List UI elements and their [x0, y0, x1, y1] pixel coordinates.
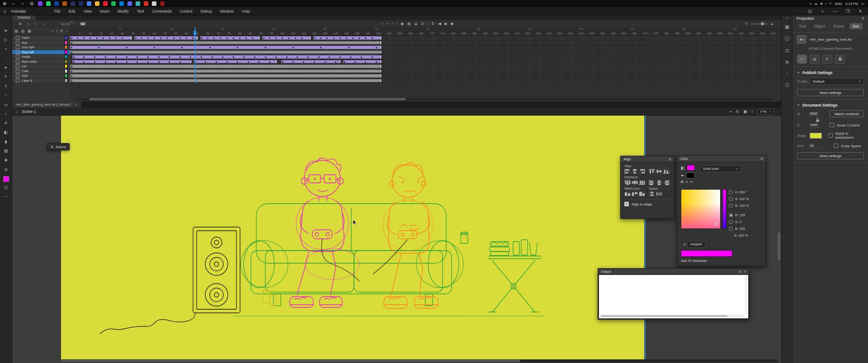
height-field[interactable]: 1440: [810, 123, 821, 127]
layer-row[interactable]: Guy right: [12, 45, 70, 50]
output-vertical-scrollbar[interactable]: [744, 276, 747, 314]
lasso-tool[interactable]: ◌: [2, 55, 10, 62]
color-panel-title[interactable]: Color: [680, 157, 688, 161]
output-horizontal-scrollbar[interactable]: [600, 315, 744, 317]
fill-color-swatch[interactable]: [3, 176, 9, 182]
properties-tab-object[interactable]: Object: [811, 23, 829, 29]
paint-bucket-tool[interactable]: ◧: [2, 129, 10, 136]
space-evenly-horizontally-button[interactable]: [656, 191, 662, 196]
close-panel-icon[interactable]: ✕: [744, 270, 746, 274]
layer-frames-row[interactable]: [70, 36, 781, 41]
layer-outline-color-chip[interactable]: [65, 69, 67, 73]
onion-skin-button[interactable]: ◉: [401, 22, 404, 26]
layer-frames-row[interactable]: [70, 50, 781, 55]
start-button[interactable]: ⊞: [2, 1, 7, 6]
minimize-button[interactable]: —: [832, 9, 838, 14]
rotation-tool-button[interactable]: ↻: [736, 109, 740, 114]
match-contents-button[interactable]: Match contents: [830, 110, 864, 117]
close-button[interactable]: ✕: [857, 9, 863, 14]
pencil-tool[interactable]: ✎: [2, 73, 10, 81]
new-folder-button[interactable]: ⊟: [21, 29, 25, 33]
transform-panel-icon[interactable]: ⊡: [785, 48, 789, 53]
output-console[interactable]: [599, 275, 748, 318]
onion-skin-outlines-button[interactable]: ▥: [407, 22, 411, 26]
document-more-settings-button[interactable]: More settings: [797, 152, 864, 159]
document-tab[interactable]: mtn_dew_gaming_web.fla (Canvas)* ✕: [12, 102, 81, 108]
publish-settings-header[interactable]: Publish Settings: [802, 70, 833, 75]
camera-icon[interactable]: ◫: [26, 22, 30, 26]
fps-field[interactable]: 24: [810, 144, 821, 148]
volume-icon[interactable]: ◀: [820, 2, 822, 5]
match-width-button[interactable]: [624, 191, 631, 196]
apply-to-pasteboard-checkbox[interactable]: [828, 133, 833, 138]
tween-span[interactable]: [200, 36, 260, 40]
layer-row[interactable]: Guy Left: [12, 50, 70, 55]
stage-vertical-scrollbar[interactable]: [778, 115, 780, 359]
swatches-panel-icon[interactable]: ◫: [785, 82, 789, 87]
layer-outline-color-chip[interactable]: [65, 60, 67, 64]
width-field[interactable]: 3000: [810, 112, 821, 116]
stage-horizontal-scrollbar[interactable]: [61, 359, 778, 363]
layer-outline-color-chip[interactable]: [65, 50, 67, 54]
zoom-stepper[interactable]: ▲▼: [751, 110, 753, 113]
step-forward-one-frame-button[interactable]: ›: [392, 22, 393, 26]
space-evenly-vertically-button[interactable]: [649, 191, 655, 196]
color-gradient-picker[interactable]: [681, 189, 721, 229]
layer-outline-color-chip[interactable]: [65, 79, 67, 83]
link-dimensions-icon[interactable]: [816, 120, 819, 122]
stage-canvas[interactable]: [61, 115, 644, 359]
publish-more-settings-button[interactable]: More settings: [797, 89, 864, 96]
timeline-ruler[interactable]: 5101520253035404550556065707580859095100…: [70, 27, 781, 36]
panel-menu-icon[interactable]: ☰: [669, 158, 671, 161]
task-view-icon[interactable]: ⊟: [29, 1, 34, 6]
zoom-tool[interactable]: ◎: [2, 166, 10, 173]
snap-to-grid-button[interactable]: Γ: [822, 55, 832, 64]
align-top-edge-button[interactable]: [649, 168, 655, 174]
timeline-horizontal-scrollbar[interactable]: [75, 98, 772, 100]
tween-span[interactable]: [134, 36, 198, 40]
taskbar-app-icon[interactable]: [71, 1, 75, 6]
show-all-layers-toggle[interactable]: •: [52, 29, 53, 33]
graph-editor-icon[interactable]: ∿: [42, 22, 45, 26]
hand-tool[interactable]: ✚: [2, 156, 10, 164]
timeline-zoom-slider[interactable]: [750, 23, 768, 24]
more-tools-button[interactable]: ⋯: [2, 193, 10, 200]
menu-edit[interactable]: Edit: [65, 9, 80, 14]
layer-frames-row[interactable]: [70, 55, 781, 60]
scale-spans-checkbox[interactable]: [834, 144, 838, 148]
fill-color-swatch[interactable]: [687, 165, 695, 171]
panel-menu-icon[interactable]: ☰: [862, 17, 864, 20]
tween-span[interactable]: [343, 60, 382, 64]
snap-align-button[interactable]: ts: [810, 55, 820, 64]
taskbar-app-icon[interactable]: [54, 1, 59, 6]
layer-frames-row[interactable]: [70, 74, 781, 79]
tween-span[interactable]: [281, 60, 341, 64]
delete-layer-button[interactable]: ⊠: [28, 29, 31, 33]
timeline-reset-zoom-icon[interactable]: ⟲: [745, 22, 748, 26]
notification-icon[interactable]: ▭: [861, 2, 864, 6]
layer-outline-color-chip[interactable]: [65, 45, 67, 49]
tween-span[interactable]: [70, 36, 132, 40]
camera-frames-button[interactable]: ⊡: [421, 22, 424, 26]
menu-modify[interactable]: Modify: [113, 9, 133, 14]
pen-icon[interactable]: ✎: [829, 2, 831, 5]
distribute-right-edge-button[interactable]: [663, 180, 670, 185]
playhead-line[interactable]: [195, 27, 196, 83]
stroke-color-swatch[interactable]: [686, 172, 694, 178]
black-white-icon[interactable]: ◩: [681, 180, 684, 184]
text-tool[interactable]: T: [2, 82, 10, 90]
taskbar-app-icon[interactable]: [46, 1, 51, 6]
output-panel-title[interactable]: Output: [601, 270, 611, 274]
taskbar-app-icon[interactable]: [119, 1, 124, 6]
document-settings-header[interactable]: Document Settings: [802, 103, 837, 107]
layer-row[interactable]: legs: [12, 41, 70, 46]
layer-frames-row[interactable]: [70, 79, 781, 84]
step-forward-button[interactable]: ▶: [451, 22, 454, 26]
layer-depth-icon[interactable]: ∺: [34, 22, 38, 26]
new-layer-button[interactable]: ⊞: [14, 29, 18, 33]
network-icon[interactable]: ≈: [825, 2, 827, 5]
outline-layers-toggle[interactable]: ▯: [56, 29, 58, 33]
layer-outline-color-chip[interactable]: [65, 36, 67, 40]
layer-frames-row[interactable]: [70, 64, 781, 69]
taskbar-app-icon[interactable]: [38, 1, 42, 6]
